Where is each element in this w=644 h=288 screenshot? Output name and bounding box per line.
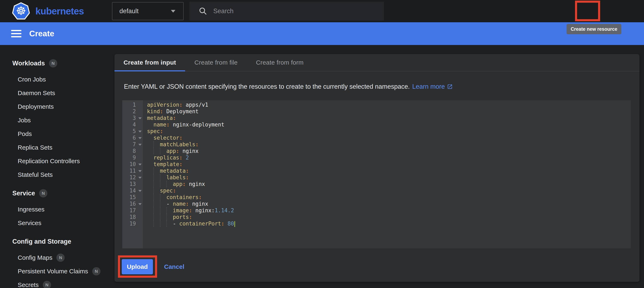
tab-label: Create from input xyxy=(124,59,176,66)
sidebar-item-jobs[interactable]: Jobs xyxy=(0,113,114,127)
menu-button[interactable] xyxy=(11,30,22,37)
fold-arrow-icon[interactable] xyxy=(138,117,142,119)
code-token: : xyxy=(186,168,189,174)
search-input[interactable] xyxy=(213,8,384,15)
sidebar-item-cron-jobs[interactable]: Cron Jobs xyxy=(0,73,114,86)
line-number: 7 xyxy=(122,141,143,148)
code-line[interactable]: kind: Deployment xyxy=(147,108,631,115)
external-link-icon[interactable] xyxy=(447,84,453,90)
fold-arrow-icon[interactable] xyxy=(138,137,142,139)
fold-arrow-icon[interactable] xyxy=(138,130,142,132)
line-number: 19 xyxy=(122,220,143,227)
upload-button[interactable]: Upload xyxy=(122,259,153,274)
cancel-button[interactable]: Cancel xyxy=(164,263,184,270)
sidebar-item-ingresses[interactable]: Ingresses xyxy=(0,203,114,216)
code-line[interactable]: - name: nginx xyxy=(147,201,631,207)
code-token: : xyxy=(166,121,170,128)
sidebar-group-config-and-storage[interactable]: Config and Storage xyxy=(0,235,114,248)
tab-create-from-input[interactable]: Create from input xyxy=(114,54,185,71)
code-line[interactable]: containers: xyxy=(147,194,631,201)
sidebar-item-services[interactable]: Services xyxy=(0,216,114,230)
indent-guide xyxy=(166,220,173,227)
code-token: : xyxy=(176,148,179,154)
code-token: kind xyxy=(147,108,160,114)
editor-gutter: 12345678910111213141516171819 xyxy=(122,100,143,248)
indent-guide xyxy=(160,148,166,154)
sidebar-item-deployments[interactable]: Deployments xyxy=(0,100,114,113)
code-line[interactable]: - containerPort: 80 xyxy=(147,220,631,227)
indent-guide xyxy=(154,220,160,227)
sidebar-item-label: Persistent Volume Claims xyxy=(18,268,88,275)
fold-arrow-icon[interactable] xyxy=(138,177,142,179)
sidebar-item-replica-sets[interactable]: Replica Sets xyxy=(0,141,114,154)
namespace-select[interactable]: default xyxy=(112,2,184,20)
indent-guide xyxy=(154,181,160,187)
search-bar[interactable] xyxy=(190,2,384,21)
top-bar: ☸ kubernetes default xyxy=(0,0,644,22)
sidebar-item-daemon-sets[interactable]: Daemon Sets xyxy=(0,86,114,100)
code-token: : xyxy=(179,135,182,141)
code-line[interactable]: metadata: xyxy=(147,115,631,121)
code-line[interactable]: replicas: 2 xyxy=(147,154,631,161)
code-token: containers xyxy=(166,194,199,200)
indent-guide xyxy=(160,174,166,181)
description-label: Enter YAML or JSON content specifying th… xyxy=(124,83,410,90)
editor-content[interactable]: apiVersion: apps/v1kind: Deploymentmetad… xyxy=(143,100,631,248)
indent-space xyxy=(147,154,154,161)
fold-arrow-icon[interactable] xyxy=(138,190,142,192)
sidebar-item-label: Ingresses xyxy=(18,206,44,213)
indent-guide xyxy=(154,148,160,154)
code-token: nginx xyxy=(186,181,205,187)
code-line[interactable]: labels: xyxy=(147,174,631,181)
code-line[interactable]: apiVersion: apps/v1 xyxy=(147,101,631,108)
code-line[interactable]: image: nginx:1.14.2 xyxy=(147,207,631,214)
sidebar-item-label: Config Maps xyxy=(18,254,52,261)
code-token: : xyxy=(173,115,176,121)
tab-label: Create from form xyxy=(256,59,304,66)
helm-wheel-icon: ☸ xyxy=(12,2,30,20)
form-actions: Upload Cancel xyxy=(118,255,184,278)
code-line[interactable]: spec: xyxy=(147,128,631,134)
code-line[interactable]: ports: xyxy=(147,214,631,220)
learn-more-link[interactable]: Learn more xyxy=(412,83,445,90)
code-line[interactable]: app: nginx xyxy=(147,181,631,187)
code-token: : xyxy=(182,181,186,187)
line-number: 11 xyxy=(122,168,143,174)
line-number: 15 xyxy=(122,194,143,201)
sidebar-item-pods[interactable]: Pods xyxy=(0,127,114,141)
search-icon xyxy=(198,7,208,16)
fold-arrow-icon[interactable] xyxy=(138,164,142,166)
fold-arrow-icon[interactable] xyxy=(138,170,142,172)
sidebar-group-workloads[interactable]: WorkloadsN xyxy=(0,57,114,70)
sidebar-item-secrets[interactable]: SecretsN xyxy=(0,278,114,288)
indent-guide xyxy=(154,174,160,181)
code-line[interactable]: matchLabels: xyxy=(147,141,631,148)
yaml-editor[interactable]: 12345678910111213141516171819 apiVersion… xyxy=(122,100,631,248)
sidebar-item-stateful-sets[interactable]: Stateful Sets xyxy=(0,168,114,182)
new-badge: N xyxy=(49,59,57,67)
kubernetes-logo-icon: ☸ xyxy=(12,2,30,20)
code-token: : xyxy=(173,188,176,194)
tab-create-from-file[interactable]: Create from file xyxy=(185,54,247,71)
indent-space xyxy=(147,148,154,154)
fold-arrow-icon[interactable] xyxy=(138,144,142,146)
sidebar-group-service[interactable]: ServiceN xyxy=(0,187,114,200)
code-token: nginx: xyxy=(192,207,215,214)
sidebar-item-replication-controllers[interactable]: Replication Controllers xyxy=(0,154,114,168)
code-line[interactable]: selector: xyxy=(147,134,631,141)
code-line[interactable]: spec: xyxy=(147,187,631,194)
code-line[interactable]: metadata: xyxy=(147,168,631,174)
line-number: 9 xyxy=(122,154,143,161)
code-line[interactable]: name: nginx-deployment xyxy=(147,121,631,128)
sidebar-item-persistent-volume-claims[interactable]: Persistent Volume ClaimsN xyxy=(0,264,114,278)
code-line[interactable]: app: nginx xyxy=(147,148,631,154)
code-token: nginx-deployment xyxy=(170,121,224,128)
text-caret xyxy=(234,221,235,227)
tab-create-from-form[interactable]: Create from form xyxy=(247,54,313,71)
fold-arrow-icon[interactable] xyxy=(138,203,142,205)
code-token: name xyxy=(154,121,166,128)
indent-space xyxy=(147,134,154,141)
code-line[interactable]: template: xyxy=(147,161,631,168)
sidebar-item-config-maps[interactable]: Config MapsN xyxy=(0,251,114,264)
brand-home-link[interactable]: ☸ kubernetes xyxy=(12,2,84,20)
